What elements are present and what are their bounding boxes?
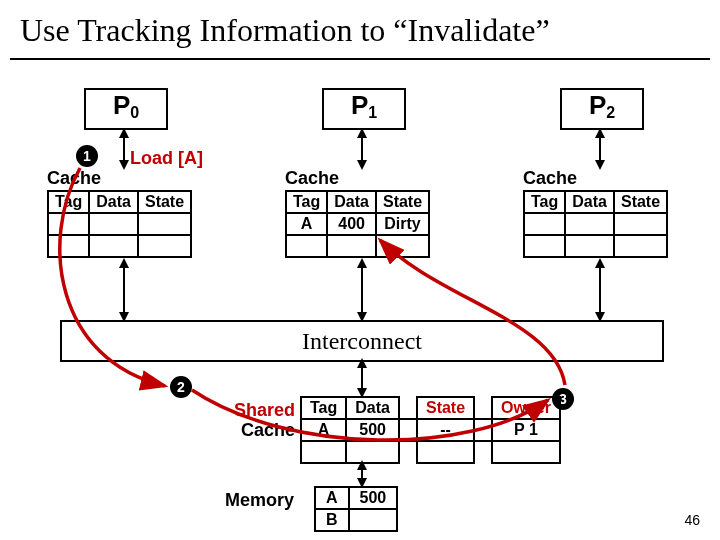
memory-table: A500 B [314, 486, 398, 532]
arrow-down-icon [357, 160, 367, 170]
page-number: 46 [684, 512, 700, 528]
table-row: A500 [315, 487, 397, 509]
table-row: B [315, 509, 397, 531]
step-badge-1: 1 [76, 145, 98, 167]
arrow-up-icon [595, 128, 605, 138]
proc-label: P [113, 90, 130, 120]
title-rule [10, 58, 710, 60]
arrow-up-icon [119, 258, 129, 268]
shared-cache-label: Shared Cache [225, 400, 295, 440]
arrow-down-icon [119, 160, 129, 170]
proc-label: P [589, 90, 606, 120]
cache-table-p2: TagDataState [523, 190, 668, 258]
slide: Use Tracking Information to “Invalidate”… [0, 0, 720, 540]
proc-label: P [351, 90, 368, 120]
arrow-down-icon [595, 160, 605, 170]
table-row [286, 235, 429, 257]
table-row [301, 441, 560, 463]
cache-label-p0: Cache [47, 168, 101, 189]
table-row [48, 213, 191, 235]
slide-title: Use Tracking Information to “Invalidate” [20, 12, 550, 49]
connector [599, 260, 601, 320]
arrow-up-icon [357, 128, 367, 138]
memory-label: Memory [225, 490, 294, 511]
interconnect-box: Interconnect [60, 320, 664, 362]
cache-table-p0: TagDataState [47, 190, 192, 258]
cache-label-p1: Cache [285, 168, 339, 189]
arrow-up-icon [357, 258, 367, 268]
load-op-label: Load [A] [130, 148, 203, 169]
cache-label-p2: Cache [523, 168, 577, 189]
arrow-up-icon [357, 460, 367, 470]
table-row: A500--P 1 [301, 419, 560, 441]
processor-p0: P0 [84, 88, 168, 130]
cache-table-p1: TagDataState A400Dirty [285, 190, 430, 258]
table-row [524, 235, 667, 257]
arrow-up-icon [595, 258, 605, 268]
connector [361, 260, 363, 320]
processor-p1: P1 [322, 88, 406, 130]
table-row [524, 213, 667, 235]
arrow-up-icon [119, 128, 129, 138]
arrow-up-icon [357, 358, 367, 368]
shared-cache-table: TagDataStateOwner A500--P 1 [300, 396, 561, 464]
processor-p2: P2 [560, 88, 644, 130]
table-row [48, 235, 191, 257]
table-row: A400Dirty [286, 213, 429, 235]
connector [123, 260, 125, 320]
step-badge-2: 2 [170, 376, 192, 398]
